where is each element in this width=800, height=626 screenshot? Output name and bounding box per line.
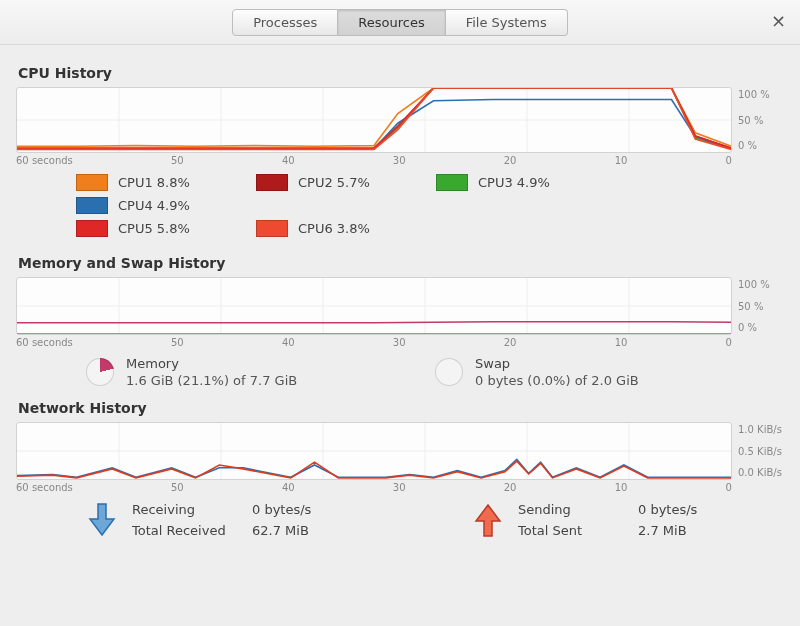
mem-yaxis: 100 % 50 % 0 % (732, 277, 784, 335)
net-info-grid: Receiving 0 bytes/s Sending 0 bytes/s To… (86, 501, 784, 539)
axis-tick: 0 (726, 155, 732, 166)
mem-chart-wrap: 100 % 50 % 0 % (16, 277, 784, 335)
upload-arrow-icon (472, 501, 504, 539)
tab-filesystems[interactable]: File Systems (446, 9, 568, 36)
total-sent-value: 2.7 MiB (638, 523, 718, 538)
legend-label: CPU1 8.8% (118, 175, 190, 190)
axis-tick: 10 (615, 155, 628, 166)
legend-label: CPU4 4.9% (118, 198, 190, 213)
download-arrow-icon (86, 501, 118, 539)
axis-tick: 0.0 KiB/s (738, 467, 784, 478)
legend-label: CPU3 4.9% (478, 175, 550, 190)
legend-label: CPU5 5.8% (118, 221, 190, 236)
memory-info: Memory1.6 GiB (21.1%) of 7.7 GiB (86, 356, 435, 388)
mem-info-row: Memory1.6 GiB (21.1%) of 7.7 GiB Swap0 b… (86, 356, 784, 388)
net-history-title: Network History (18, 400, 784, 416)
total-sent-label: Total Sent (518, 523, 638, 538)
memory-pie-icon (86, 358, 114, 386)
axis-tick: 100 % (738, 89, 784, 100)
sending-value: 0 bytes/s (638, 502, 718, 517)
legend-label: CPU6 3.8% (298, 221, 370, 236)
swap-label: Swap (475, 356, 639, 371)
sending-label: Sending (518, 502, 638, 517)
legend-swatch (436, 174, 468, 191)
tab-resources[interactable]: Resources (338, 9, 445, 36)
tab-group: Processes Resources File Systems (232, 9, 568, 36)
cpu-chart-wrap: 100 % 50 % 0 % (16, 87, 784, 153)
mem-xaxis: 60 seconds50403020100 (16, 337, 784, 348)
axis-tick: 40 (282, 482, 295, 493)
swap-pie-icon (435, 358, 463, 386)
memory-label: Memory (126, 356, 297, 371)
axis-tick: 0 (726, 482, 732, 493)
cpu-legend-item[interactable]: CPU4 4.9% (76, 197, 256, 214)
close-icon[interactable]: × (771, 10, 786, 31)
axis-tick: 20 (504, 337, 517, 348)
cpu-yaxis: 100 % 50 % 0 % (732, 87, 784, 153)
axis-tick: 40 (282, 337, 295, 348)
swap-value: 0 bytes (0.0%) of 2.0 GiB (475, 373, 639, 388)
axis-tick: 0 % (738, 322, 784, 333)
axis-tick: 60 seconds (16, 337, 73, 348)
axis-tick: 30 (393, 482, 406, 493)
axis-tick: 30 (393, 155, 406, 166)
axis-tick: 20 (504, 155, 517, 166)
header-bar: Processes Resources File Systems × (0, 0, 800, 45)
legend-swatch (76, 220, 108, 237)
memory-value: 1.6 GiB (21.1%) of 7.7 GiB (126, 373, 297, 388)
legend-swatch (76, 197, 108, 214)
cpu-xaxis: 60 seconds50403020100 (16, 155, 784, 166)
cpu-legend: CPU1 8.8%CPU2 5.7%CPU3 4.9%CPU4 4.9%CPU5… (76, 174, 784, 243)
axis-tick: 0.5 KiB/s (738, 446, 784, 457)
axis-tick: 100 % (738, 279, 784, 290)
mem-history-title: Memory and Swap History (18, 255, 784, 271)
axis-tick: 50 (171, 155, 184, 166)
cpu-legend-item[interactable]: CPU6 3.8% (256, 220, 436, 237)
axis-tick: 10 (615, 337, 628, 348)
axis-tick: 20 (504, 482, 517, 493)
legend-swatch (256, 174, 288, 191)
mem-chart (16, 277, 732, 335)
cpu-history-title: CPU History (18, 65, 784, 81)
cpu-legend-item[interactable]: CPU1 8.8% (76, 174, 256, 191)
net-yaxis: 1.0 KiB/s 0.5 KiB/s 0.0 KiB/s (732, 422, 784, 480)
content: CPU History 100 % 50 % 0 % 60 seconds504… (0, 45, 800, 559)
receiving-value: 0 bytes/s (252, 502, 472, 517)
cpu-legend-item[interactable]: CPU3 4.9% (436, 174, 616, 191)
legend-swatch (76, 174, 108, 191)
receiving-label: Receiving (132, 502, 252, 517)
axis-tick: 0 (726, 337, 732, 348)
total-received-value: 62.7 MiB (252, 523, 472, 538)
axis-tick: 50 % (738, 115, 784, 126)
net-xaxis: 60 seconds50403020100 (16, 482, 784, 493)
cpu-legend-item[interactable]: CPU2 5.7% (256, 174, 436, 191)
axis-tick: 50 (171, 482, 184, 493)
cpu-legend-item[interactable]: CPU5 5.8% (76, 220, 256, 237)
axis-tick: 0 % (738, 140, 784, 151)
legend-label: CPU2 5.7% (298, 175, 370, 190)
axis-tick: 1.0 KiB/s (738, 424, 784, 435)
axis-tick: 50 % (738, 301, 784, 312)
cpu-chart (16, 87, 732, 153)
axis-tick: 60 seconds (16, 155, 73, 166)
axis-tick: 50 (171, 337, 184, 348)
axis-tick: 30 (393, 337, 406, 348)
axis-tick: 10 (615, 482, 628, 493)
legend-swatch (256, 220, 288, 237)
swap-info: Swap0 bytes (0.0%) of 2.0 GiB (435, 356, 784, 388)
net-chart-wrap: 1.0 KiB/s 0.5 KiB/s 0.0 KiB/s (16, 422, 784, 480)
net-chart (16, 422, 732, 480)
axis-tick: 40 (282, 155, 295, 166)
total-received-label: Total Received (132, 523, 252, 538)
tab-processes[interactable]: Processes (232, 9, 338, 36)
axis-tick: 60 seconds (16, 482, 73, 493)
